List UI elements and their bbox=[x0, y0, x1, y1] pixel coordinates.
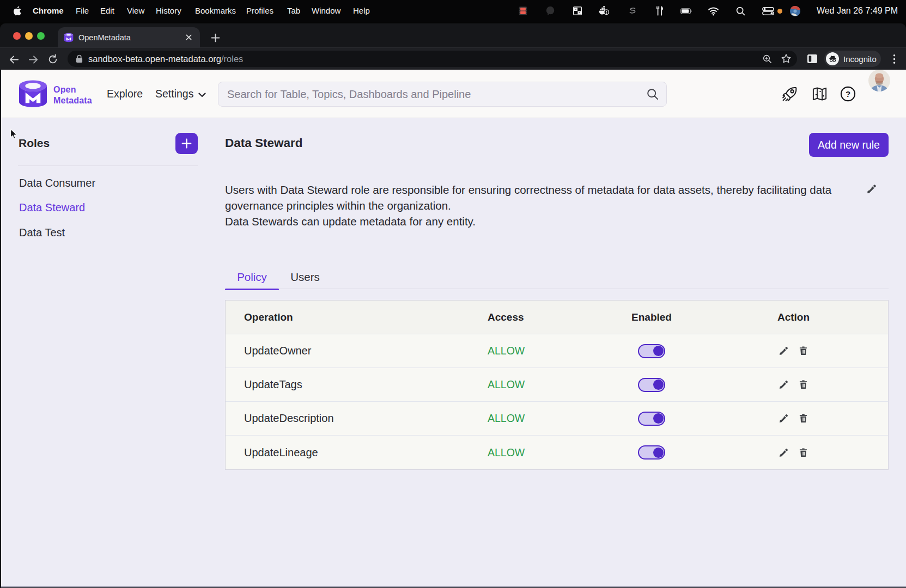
s-logo-icon[interactable] bbox=[626, 5, 638, 17]
edit-rule-icon[interactable] bbox=[779, 413, 789, 424]
menu-edit[interactable]: Edit bbox=[100, 0, 114, 22]
tab-policy[interactable]: Policy bbox=[225, 265, 279, 289]
macos-menubar: Chrome File Edit View History Bookmarks … bbox=[0, 0, 906, 22]
description-line-2: governance principles within the organiz… bbox=[225, 198, 831, 213]
zoom-window-button[interactable] bbox=[37, 32, 45, 40]
menu-tab[interactable]: Tab bbox=[287, 0, 300, 22]
toggle-knob bbox=[653, 413, 664, 424]
edit-description-icon[interactable] bbox=[866, 183, 877, 194]
user-avatar[interactable] bbox=[868, 70, 890, 91]
bookmark-star-icon[interactable] bbox=[780, 53, 792, 65]
spotlight-icon[interactable] bbox=[735, 5, 747, 17]
column-operation: Operation bbox=[226, 311, 488, 323]
enabled-toggle[interactable] bbox=[638, 412, 665, 426]
browser-window: OpenMetadata sand bbox=[0, 23, 906, 588]
description-line-3: Data Stewards can update metadata for an… bbox=[225, 213, 831, 229]
toggle-knob bbox=[653, 346, 664, 356]
whats-new-icon[interactable] bbox=[781, 70, 799, 118]
film-icon[interactable] bbox=[517, 5, 529, 17]
access-cell: ALLOW bbox=[488, 345, 611, 357]
column-action: Action bbox=[692, 311, 888, 323]
delete-rule-icon[interactable] bbox=[798, 447, 809, 458]
enabled-toggle[interactable] bbox=[638, 344, 665, 358]
enabled-toggle[interactable] bbox=[638, 378, 665, 392]
column-enabled: Enabled bbox=[611, 311, 692, 323]
delete-rule-icon[interactable] bbox=[798, 346, 809, 357]
table-row: UpdateOwner ALLOW bbox=[226, 334, 888, 368]
delete-rule-icon[interactable] bbox=[798, 413, 809, 424]
nav-settings[interactable]: Settings bbox=[155, 70, 206, 118]
edit-rule-icon[interactable] bbox=[779, 346, 789, 357]
tab-close-icon[interactable] bbox=[184, 33, 193, 42]
app-header: Open Metadata Explore Settings ? bbox=[0, 70, 906, 118]
page-content: Roles Data Consumer Data Steward Data Te… bbox=[0, 118, 906, 587]
enabled-toggle[interactable] bbox=[638, 445, 665, 460]
operation-cell: UpdateOwner bbox=[226, 345, 488, 357]
reload-icon[interactable] bbox=[47, 53, 59, 65]
menu-help[interactable]: Help bbox=[353, 0, 370, 22]
sidebar-item-data-steward[interactable]: Data Steward bbox=[19, 201, 85, 215]
control-center-icon[interactable] bbox=[762, 5, 774, 17]
window-tiles-icon[interactable] bbox=[571, 5, 583, 17]
docker-icon[interactable] bbox=[599, 5, 611, 17]
address-bar[interactable]: sandbox-beta.open-metadata.org/roles bbox=[68, 51, 797, 67]
global-search bbox=[218, 82, 667, 107]
screen: Chrome File Edit View History Bookmarks … bbox=[0, 0, 906, 588]
close-window-button[interactable] bbox=[13, 32, 21, 40]
tab-users[interactable]: Users bbox=[279, 265, 331, 289]
help-icon[interactable]: ? bbox=[840, 70, 856, 118]
url-text[interactable]: sandbox-beta.open-metadata.org/roles bbox=[88, 54, 761, 64]
add-role-button[interactable] bbox=[175, 133, 198, 154]
minimize-window-button[interactable] bbox=[25, 32, 33, 40]
tour-map-icon[interactable] bbox=[811, 70, 828, 118]
menubar-app-name[interactable]: Chrome bbox=[33, 0, 64, 22]
edit-rule-icon[interactable] bbox=[779, 447, 789, 458]
url-path: /roles bbox=[221, 54, 243, 64]
side-panel-icon[interactable] bbox=[806, 53, 818, 65]
incognito-badge[interactable]: Incognito bbox=[824, 51, 881, 67]
menu-window[interactable]: Window bbox=[312, 0, 340, 22]
balloon-icon[interactable] bbox=[544, 5, 556, 17]
tab-strip: OpenMetadata bbox=[0, 23, 906, 47]
menu-view[interactable]: View bbox=[127, 0, 144, 22]
url-host: sandbox-beta.open-metadata.org bbox=[88, 54, 221, 64]
back-icon[interactable] bbox=[8, 53, 20, 65]
forward-icon[interactable] bbox=[27, 53, 39, 65]
nav-explore[interactable]: Explore bbox=[107, 70, 143, 118]
profile-icon[interactable] bbox=[789, 5, 801, 17]
new-tab-button[interactable] bbox=[208, 30, 222, 45]
menu-profiles[interactable]: Profiles bbox=[246, 0, 273, 22]
apple-icon[interactable] bbox=[13, 6, 21, 16]
battery-icon[interactable] bbox=[680, 5, 692, 17]
table-row: UpdateDescription ALLOW bbox=[226, 402, 888, 436]
openmetadata-logo[interactable] bbox=[18, 80, 48, 110]
browser-menu-icon[interactable] bbox=[888, 53, 900, 65]
menu-file[interactable]: File bbox=[76, 0, 89, 22]
delete-rule-icon[interactable] bbox=[798, 379, 809, 390]
incognito-label: Incognito bbox=[843, 54, 877, 64]
mouse-cursor bbox=[7, 127, 19, 140]
browser-toolbar: sandbox-beta.open-metadata.org/roles Inc… bbox=[0, 47, 906, 70]
utilities-icon[interactable] bbox=[653, 5, 665, 17]
access-cell: ALLOW bbox=[488, 412, 611, 425]
add-new-rule-button[interactable]: Add new rule bbox=[809, 133, 889, 157]
brand-wordmark[interactable]: Open Metadata bbox=[53, 84, 92, 106]
search-input[interactable] bbox=[218, 88, 646, 101]
role-description: Users with Data Steward role are respons… bbox=[225, 182, 831, 229]
operation-cell: UpdateTags bbox=[226, 378, 488, 391]
menu-bookmarks[interactable]: Bookmarks bbox=[195, 0, 236, 22]
browser-tab[interactable]: OpenMetadata bbox=[58, 27, 200, 47]
menu-history[interactable]: History bbox=[156, 0, 181, 22]
menubar-clock[interactable]: Wed Jan 26 7:49 PM bbox=[817, 6, 898, 16]
lock-icon[interactable] bbox=[76, 54, 83, 63]
table-header-row: Operation Access Enabled Action bbox=[226, 301, 888, 334]
column-access: Access bbox=[488, 311, 611, 323]
zoom-icon[interactable] bbox=[761, 53, 773, 65]
sidebar-item-data-consumer[interactable]: Data Consumer bbox=[19, 176, 95, 190]
notification-dot bbox=[777, 9, 782, 14]
edit-rule-icon[interactable] bbox=[779, 379, 789, 390]
wifi-icon[interactable] bbox=[708, 5, 720, 17]
search-icon[interactable] bbox=[646, 88, 659, 101]
sidebar-item-data-test[interactable]: Data Test bbox=[19, 226, 65, 240]
table-row: UpdateTags ALLOW bbox=[226, 368, 888, 402]
